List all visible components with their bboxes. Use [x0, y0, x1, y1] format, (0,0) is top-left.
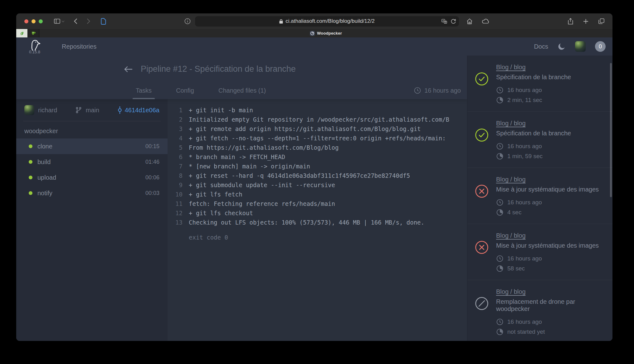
build-commit-message: Spécification de la branche: [496, 74, 607, 81]
close-window-button[interactable]: [24, 19, 28, 23]
build-list-item[interactable]: Blog / blog Spécification de la branche …: [467, 112, 612, 168]
address-bar[interactable]: ci.athaliasoft.com/Blog/blog/build/12/2 …: [195, 16, 459, 27]
browser-window: ci.athaliasoft.com/Blog/blog/build/12/2 …: [16, 13, 612, 341]
build-time-ago: 16 hours ago: [507, 255, 542, 262]
build-duration-row: 58 sec: [496, 265, 607, 272]
log-line[interactable]: 6 * branch main -> FETCH_HEAD: [168, 152, 467, 162]
commit-branch: main: [75, 106, 99, 114]
log-line[interactable]: 7 * [new branch] main -> origin/main: [168, 162, 467, 171]
build-duration: 4 sec: [507, 209, 521, 216]
user-avatar[interactable]: [575, 41, 586, 52]
pipeline-step[interactable]: upload 00:06: [16, 170, 168, 185]
log-line[interactable]: 5 From https://git.athaliasoft.com/Blog/…: [168, 143, 467, 152]
log-line[interactable]: 12 + git lfs checkout: [168, 208, 467, 218]
log-line-number: 3: [168, 124, 183, 133]
step-name: clone: [37, 143, 52, 150]
build-repo-link[interactable]: Blog / blog: [496, 232, 526, 239]
sidebar-toggle-icon[interactable]: [54, 19, 60, 24]
pipeline-header: Pipeline #12 - Spécification de la branc…: [16, 56, 467, 99]
tab-config[interactable]: Config: [173, 87, 197, 99]
pinned-tab-2[interactable]: [28, 29, 39, 37]
success-check-icon: [475, 72, 489, 86]
clock-icon: [496, 143, 504, 150]
step-status-dot: [29, 160, 32, 164]
build-time-row: 16 hours ago: [496, 143, 607, 150]
step-name: notify: [37, 190, 52, 197]
duration-pie-icon: [496, 96, 504, 104]
back-button[interactable]: [74, 18, 77, 24]
log-line[interactable]: 1 + git init -b main: [168, 105, 467, 115]
scrollbar-thumb[interactable]: [610, 63, 612, 197]
translate-icon[interactable]: A: [441, 19, 447, 24]
log-line-number: 7: [168, 162, 183, 171]
reader-info-icon[interactable]: [184, 18, 191, 24]
build-duration-row: 2 min, 11 sec: [496, 96, 607, 104]
step-list: clone 00:15 build 01:46 upload 00:06 not…: [16, 138, 168, 201]
app-version: 0.15.8: [29, 50, 40, 54]
step-name: upload: [37, 174, 56, 181]
build-repo-link[interactable]: Blog / blog: [496, 120, 526, 127]
log-line[interactable]: 8 + git reset --hard -q 4614d1e06a3dabf3…: [168, 171, 467, 180]
build-duration: 2 min, 11 sec: [507, 97, 542, 104]
log-line[interactable]: 4 + git fetch --no-tags --depth=1 --filt…: [168, 133, 467, 143]
tab-overview-icon[interactable]: [598, 18, 604, 24]
back-arrow-icon[interactable]: [124, 66, 133, 73]
build-list-item[interactable]: Blog / blog Mise à jour systématique des…: [467, 224, 612, 280]
log-line[interactable]: 13 Checking out LFS objects: 100% (573/5…: [168, 218, 467, 227]
cloud-icon[interactable]: [482, 19, 490, 24]
minimize-window-button[interactable]: [32, 19, 36, 23]
log-line[interactable]: 9 + git submodule update --init --recurs…: [168, 180, 467, 190]
reload-icon[interactable]: [451, 19, 456, 24]
pipeline-step[interactable]: notify 00:03: [16, 185, 168, 201]
zoom-window-button[interactable]: [39, 19, 43, 23]
window-controls[interactable]: [24, 19, 43, 23]
share-icon[interactable]: [568, 18, 573, 25]
log-line-text: fetch: Fetching reference refs/heads/mai…: [189, 199, 335, 208]
commit-icon: [117, 106, 122, 114]
build-time-ago: 16 hours ago: [507, 143, 542, 150]
log-line[interactable]: 3 + git remote add origin https://git.at…: [168, 124, 467, 133]
active-browser-tab[interactable]: Woodpecker: [39, 29, 612, 37]
tab-tasks[interactable]: Tasks: [133, 87, 155, 99]
pipeline-step[interactable]: clone 00:15: [16, 138, 168, 154]
nav-repositories[interactable]: Repositories: [62, 43, 96, 50]
branch-icon: [75, 106, 82, 114]
new-tab-icon[interactable]: [583, 19, 588, 24]
build-list-item[interactable]: Blog / blog Spécification de la branche …: [467, 56, 612, 112]
pipeline-title: Pipeline #12 - Spécification de la branc…: [141, 64, 296, 74]
browser-tab-bar: Woodpecker: [16, 29, 612, 37]
cup-favicon-icon: [31, 31, 36, 35]
tab-changed-files[interactable]: Changed files (1): [215, 87, 269, 99]
build-duration-row: not started yet: [496, 328, 607, 336]
log-line[interactable]: 10 + git lfs fetch: [168, 190, 467, 199]
skipped-slash-icon: [475, 296, 489, 311]
build-list-item[interactable]: Blog / blog Mise à jour systématique des…: [467, 168, 612, 224]
dark-mode-moon-icon[interactable]: [558, 42, 566, 51]
pipeline-step[interactable]: build 01:46: [16, 154, 168, 170]
commit-sha-link[interactable]: 4614d1e06a: [117, 106, 159, 114]
log-line-text: + git init -b main: [189, 105, 253, 115]
nav-docs[interactable]: Docs: [534, 43, 548, 50]
build-repo-link[interactable]: Blog / blog: [496, 288, 526, 295]
log-line-number: 2: [168, 115, 183, 124]
log-line[interactable]: 11 fetch: Fetching reference refs/heads/…: [168, 199, 467, 208]
exit-code-line: exit code 0: [168, 233, 467, 242]
build-list-item[interactable]: Blog / blog Remplacement de drone par wo…: [467, 280, 612, 341]
clock-icon: [496, 255, 504, 262]
chevron-down-icon[interactable]: [61, 20, 65, 22]
build-repo-link[interactable]: Blog / blog: [496, 176, 526, 183]
log-line-number: 6: [168, 152, 183, 162]
home-icon[interactable]: [466, 18, 473, 24]
forward-button[interactable]: [87, 18, 90, 24]
build-commit-message: Remplacement de drone par woodpecker: [496, 298, 607, 313]
notification-badge[interactable]: 0: [595, 41, 606, 52]
workflow-name: woodpecker: [16, 121, 168, 138]
step-duration: 00:06: [145, 174, 159, 181]
woodpecker-logo[interactable]: 0.15.8: [26, 39, 44, 54]
commit-author: richard: [24, 105, 57, 115]
build-repo-link[interactable]: Blog / blog: [496, 64, 526, 71]
log-line-text: From https://git.athaliasoft.com/Blog/bl…: [189, 143, 339, 152]
woodpecker-app: 0.15.8 Repositories Docs 0: [16, 37, 612, 341]
log-line[interactable]: 2 Initialized empty Git repository in /w…: [168, 115, 467, 124]
pinned-tab-1[interactable]: [16, 29, 28, 37]
